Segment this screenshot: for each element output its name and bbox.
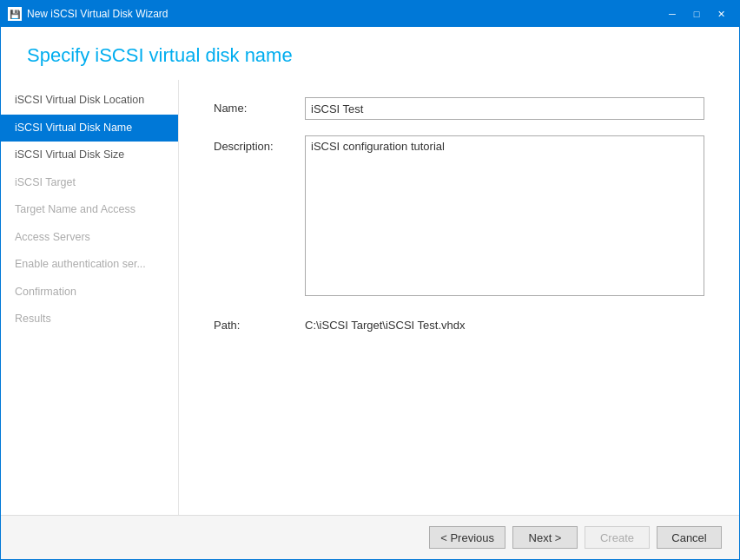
sidebar-item-confirmation: Confirmation: [1, 279, 178, 306]
form-area: Name: Description: Path: C:\iSCSI Target…: [179, 80, 739, 515]
maximize-button[interactable]: □: [685, 5, 708, 23]
main-body: iSCSI Virtual Disk Location iSCSI Virtua…: [1, 80, 739, 515]
sidebar-item-size[interactable]: iSCSI Virtual Disk Size: [1, 142, 178, 169]
path-label: Path:: [214, 314, 305, 332]
description-row: Description:: [214, 135, 704, 299]
sidebar-item-location[interactable]: iSCSI Virtual Disk Location: [1, 87, 178, 115]
sidebar-item-name[interactable]: iSCSI Virtual Disk Name: [1, 115, 178, 142]
path-value: C:\iSCSI Target\iSCSI Test.vhdx: [305, 314, 465, 332]
title-bar-left: 💾 New iSCSI Virtual Disk Wizard: [8, 7, 168, 21]
minimize-button[interactable]: ─: [661, 5, 684, 23]
footer: < Previous Next > Create Cancel: [1, 515, 739, 559]
create-button[interactable]: Create: [585, 526, 650, 549]
sidebar-item-auth: Enable authentication ser...: [1, 251, 178, 279]
name-field-container: [305, 97, 704, 120]
cancel-button[interactable]: Cancel: [657, 526, 722, 549]
wizard-window: 💾 New iSCSI Virtual Disk Wizard ─ □ ✕ Sp…: [0, 0, 740, 560]
previous-button[interactable]: < Previous: [429, 526, 505, 549]
window-icon: 💾: [8, 7, 22, 21]
window-title: New iSCSI Virtual Disk Wizard: [27, 8, 168, 20]
description-label: Description:: [214, 135, 305, 153]
path-row: Path: C:\iSCSI Target\iSCSI Test.vhdx: [214, 314, 704, 332]
sidebar-item-results: Results: [1, 306, 178, 333]
sidebar: iSCSI Virtual Disk Location iSCSI Virtua…: [1, 80, 179, 515]
name-row: Name:: [214, 97, 704, 120]
close-button[interactable]: ✕: [710, 5, 732, 23]
page-title: Specify iSCSI virtual disk name: [27, 44, 713, 67]
name-label: Name:: [214, 97, 305, 115]
title-bar: 💾 New iSCSI Virtual Disk Wizard ─ □ ✕: [1, 1, 739, 27]
description-textarea[interactable]: [305, 135, 704, 296]
page-header: Specify iSCSI virtual disk name: [1, 27, 739, 80]
title-bar-controls: ─ □ ✕: [661, 5, 732, 23]
description-field-container: [305, 135, 704, 299]
sidebar-item-target-name: Target Name and Access: [1, 196, 178, 224]
next-button[interactable]: Next >: [512, 526, 578, 549]
sidebar-item-access-servers: Access Servers: [1, 224, 178, 252]
content-area: Specify iSCSI virtual disk name iSCSI Vi…: [1, 27, 739, 559]
name-input[interactable]: [305, 97, 704, 120]
sidebar-item-target: iSCSI Target: [1, 169, 178, 197]
